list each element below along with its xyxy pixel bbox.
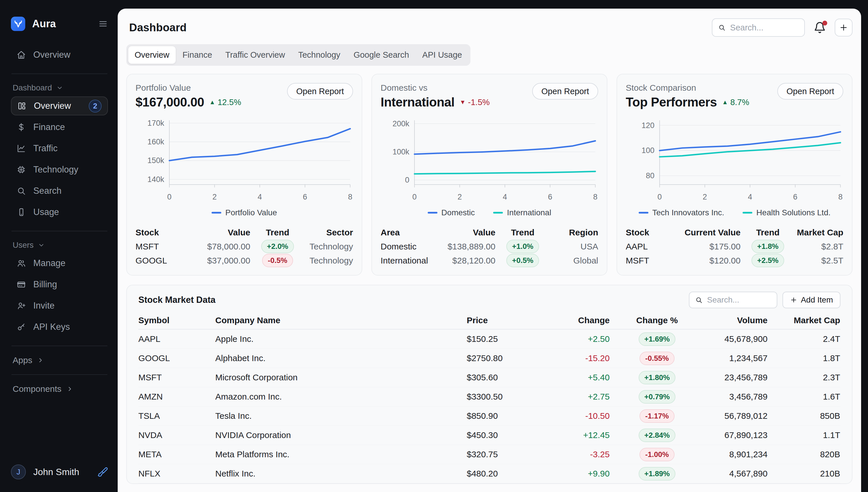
tab-traffic-overview[interactable]: Traffic Overview <box>219 46 291 64</box>
market-table-row[interactable]: MSFT Microsoft Corporation $305.60 +5.40… <box>138 368 840 387</box>
chevron-down-icon <box>38 241 45 249</box>
trend-pill-cell: +2.5% <box>741 254 795 267</box>
sidebar-link-apps[interactable]: Apps <box>13 355 106 365</box>
global-search[interactable] <box>712 18 805 37</box>
paintbrush-icon[interactable] <box>98 467 108 477</box>
change-cell: +5.40 <box>540 373 610 383</box>
open-report-button[interactable]: Open Report <box>532 83 598 100</box>
tab-finance[interactable]: Finance <box>176 46 218 64</box>
sidebar-item-billing[interactable]: Billing <box>11 275 108 294</box>
column-header: Stock <box>135 228 189 238</box>
trend-pill: -0.5% <box>262 254 293 267</box>
card-table: AreaValueTrendRegion Domestic $138,889.0… <box>380 225 598 268</box>
section-label-dashboard[interactable]: Dashboard <box>13 83 106 93</box>
sidebar-item-overview[interactable]: Overview2 <box>11 96 108 115</box>
company-cell: Microsoft Corporation <box>215 373 467 383</box>
market-table-row[interactable]: AAPL Apple Inc. $150.25 +2.50 +1.69% 45,… <box>138 329 840 349</box>
sidebar-item-label: Technology <box>33 165 78 175</box>
sidebar-item-label: Invite <box>33 300 54 311</box>
svg-text:140k: 140k <box>147 175 164 184</box>
user-profile[interactable]: J John Smith <box>11 464 108 479</box>
svg-text:160k: 160k <box>147 138 164 146</box>
sidebar-item-finance[interactable]: Finance <box>11 118 108 137</box>
tab-technology[interactable]: Technology <box>292 46 347 64</box>
cpu-icon <box>17 165 26 174</box>
global-search-input[interactable] <box>730 23 798 32</box>
sidebar-item-label: Search <box>33 186 61 196</box>
tab-api-usage[interactable]: API Usage <box>416 46 468 64</box>
column-header: Stock <box>626 228 679 238</box>
plus-icon <box>790 296 797 304</box>
sidebar: Aura Overview DashboardOverview2FinanceT… <box>0 0 118 492</box>
topbar: Dashboard <box>126 18 852 37</box>
section-label-users[interactable]: Users <box>13 241 106 250</box>
dollar-icon <box>17 123 26 132</box>
change-cell: -3.25 <box>540 449 610 459</box>
sidebar-item-invite[interactable]: Invite <box>11 296 108 315</box>
sidebar-link-components[interactable]: Components <box>13 384 106 394</box>
cell: $28,120.00 <box>434 256 495 266</box>
market-search[interactable] <box>689 292 777 308</box>
market-search-input[interactable] <box>707 295 771 304</box>
home-icon <box>17 50 26 59</box>
cell: Domestic <box>380 242 434 251</box>
open-report-button[interactable]: Open Report <box>287 83 353 100</box>
column-header: Market Cap <box>768 316 840 325</box>
cell: $175.00 <box>679 242 741 251</box>
svg-text:120: 120 <box>642 121 654 130</box>
triangle-up-icon: ▲ <box>722 99 728 106</box>
add-button[interactable] <box>835 19 852 36</box>
sidebar-item-overview[interactable]: Overview <box>11 45 108 64</box>
sidebar-item-label: Finance <box>33 122 65 132</box>
sidebar-item-technology[interactable]: Technology <box>11 160 108 179</box>
price-cell: $150.25 <box>467 334 540 344</box>
change-cell: -10.50 <box>540 411 610 421</box>
mini-table-header: AreaValueTrendRegion <box>380 225 598 239</box>
change-pct-pill: -1.17% <box>640 409 674 423</box>
marketcap-cell: 820B <box>768 449 840 459</box>
notifications-bell[interactable] <box>814 21 826 34</box>
price-cell: $850.90 <box>467 411 540 421</box>
open-report-button[interactable]: Open Report <box>777 83 843 100</box>
tab-overview[interactable]: Overview <box>128 46 176 64</box>
sidebar-item-manage[interactable]: Manage <box>11 254 108 273</box>
cell: $120.00 <box>679 256 741 266</box>
sidebar-item-traffic[interactable]: Traffic <box>11 139 108 158</box>
svg-text:2: 2 <box>703 193 707 201</box>
volume-cell: 45,678,900 <box>704 334 768 344</box>
stock-market-card: Stock Market Data Add Item SymbolCompany… <box>126 285 852 484</box>
column-header: Market Cap <box>795 228 843 238</box>
aura-logo-icon[interactable] <box>11 17 25 31</box>
column-header: Change <box>540 316 610 325</box>
sidebar-item-search[interactable]: Search <box>11 181 108 200</box>
volume-cell: 67,890,123 <box>704 430 768 440</box>
cell: MSFT <box>135 242 189 251</box>
cell: $2.5T <box>795 256 843 266</box>
svg-text:100k: 100k <box>392 148 409 156</box>
marketcap-cell: 2.4T <box>768 334 840 344</box>
line-chart: 1201008002468 <box>626 116 843 205</box>
app-root: Aura Overview DashboardOverview2FinanceT… <box>0 0 868 492</box>
menu-icon[interactable] <box>98 19 108 29</box>
add-item-button[interactable]: Add Item <box>783 292 840 308</box>
card-headline: Top Performers <box>626 95 717 109</box>
change-cell: +9.90 <box>540 469 610 478</box>
market-table-row[interactable]: NVDA NVIDIA Corporation $450.30 +12.45 +… <box>138 426 840 445</box>
sidebar-item-usage[interactable]: Usage <box>11 203 108 222</box>
marketcap-cell: 850B <box>768 411 840 421</box>
brand-name: Aura <box>32 18 56 30</box>
chart-card-3: Stock Comparison Top Performers ▲8.7% Op… <box>617 74 852 275</box>
tab-google-search[interactable]: Google Search <box>347 46 415 64</box>
symbol-cell: NVDA <box>138 430 215 440</box>
market-table-row[interactable]: GOOGL Alphabet Inc. $2750.80 -15.20 -0.5… <box>138 349 840 368</box>
sidebar-item-api-keys[interactable]: API Keys <box>11 318 108 337</box>
market-table-row[interactable]: AMZN Amazon.com Inc. $3300.50 +2.75 +0.7… <box>138 387 840 407</box>
volume-cell: 23,456,789 <box>704 373 768 383</box>
market-table-row[interactable]: TSLA Tesla Inc. $850.90 -10.50 -1.17% 56… <box>138 407 840 426</box>
delta-down: ▼-1.5% <box>460 98 490 107</box>
marketcap-cell: 1.1T <box>768 430 840 440</box>
market-table-row[interactable]: NFLX Netflix Inc. $480.20 +9.90 +1.89% 4… <box>138 464 840 484</box>
change-pct-pill: +2.84% <box>639 428 676 442</box>
divider <box>11 346 107 346</box>
market-table-row[interactable]: META Meta Platforms Inc. $320.75 -3.25 -… <box>138 445 840 464</box>
